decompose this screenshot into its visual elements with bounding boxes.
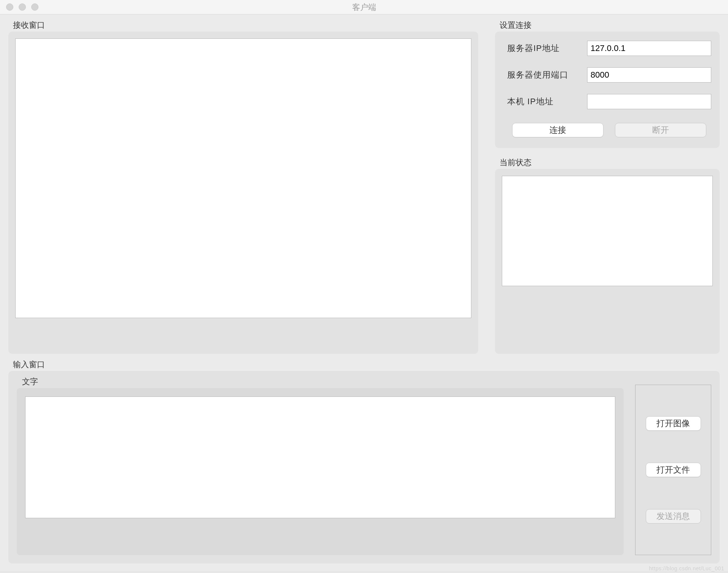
local-ip-label: 本机 IP地址 <box>507 96 587 107</box>
send-message-button[interactable]: 发送消息 <box>646 509 701 524</box>
status-group: 当前状态 <box>495 157 720 354</box>
connect-button[interactable]: 连接 <box>512 123 603 137</box>
input-body: 文字 打开图像 打开文件 发送消息 <box>8 371 720 564</box>
server-port-input[interactable] <box>587 67 711 83</box>
receive-group: 接收窗口 <box>8 20 478 354</box>
status-textarea[interactable] <box>502 176 713 286</box>
close-light-icon[interactable] <box>6 3 13 11</box>
traffic-lights <box>6 3 38 11</box>
open-file-button[interactable]: 打开文件 <box>646 463 701 477</box>
receive-title: 接收窗口 <box>13 20 478 30</box>
settings-buttons: 连接 断开 <box>507 123 711 137</box>
open-image-button[interactable]: 打开图像 <box>646 416 701 431</box>
content-area: 接收窗口 设置连接 服务器IP地址 服务器使用端口 <box>0 14 728 572</box>
minimize-light-icon[interactable] <box>19 3 26 11</box>
status-body <box>495 169 720 354</box>
input-title: 输入窗口 <box>13 359 720 370</box>
disconnect-button[interactable]: 断开 <box>615 123 706 137</box>
settings-group: 设置连接 服务器IP地址 服务器使用端口 本机 IP地址 <box>495 20 720 148</box>
actions-panel: 打开图像 打开文件 发送消息 <box>635 385 711 555</box>
server-ip-input[interactable] <box>587 41 711 56</box>
titlebar: 客户端 <box>0 0 728 14</box>
watermark: https://blog.csdn.net/Luc_001 <box>649 565 724 571</box>
maximize-light-icon[interactable] <box>31 3 38 11</box>
settings-title: 设置连接 <box>500 20 720 30</box>
text-group: 文字 <box>17 376 624 555</box>
server-port-label: 服务器使用端口 <box>507 69 587 81</box>
server-ip-label: 服务器IP地址 <box>507 43 587 54</box>
text-input-textarea[interactable] <box>25 396 615 518</box>
input-group: 输入窗口 文字 打开图像 打开文件 发送消息 <box>8 359 720 564</box>
window-title: 客户端 <box>0 2 728 13</box>
status-title: 当前状态 <box>500 157 720 168</box>
settings-body: 服务器IP地址 服务器使用端口 本机 IP地址 连接 断开 <box>495 32 720 148</box>
receive-textarea[interactable] <box>15 38 471 318</box>
right-column: 设置连接 服务器IP地址 服务器使用端口 本机 IP地址 <box>495 20 720 354</box>
app-window: 客户端 接收窗口 设置连接 服务器IP地址 服务器使用端口 <box>0 0 728 573</box>
text-group-body <box>17 388 624 555</box>
text-group-title: 文字 <box>22 376 624 387</box>
form-row-local-ip: 本机 IP地址 <box>507 94 711 109</box>
form-row-server-ip: 服务器IP地址 <box>507 41 711 56</box>
receive-body <box>8 32 478 354</box>
local-ip-input[interactable] <box>587 94 711 109</box>
form-row-server-port: 服务器使用端口 <box>507 67 711 83</box>
